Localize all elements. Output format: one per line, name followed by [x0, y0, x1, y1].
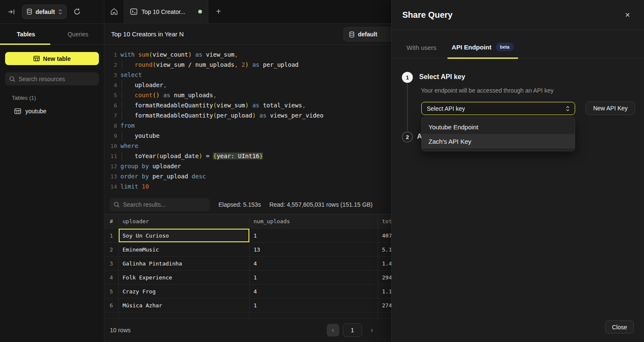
line-number: 1	[104, 52, 117, 58]
sidebar-body: New table Tables (1) youtube	[0, 45, 104, 124]
tab-queries[interactable]: Queries	[52, 24, 104, 44]
home-button[interactable]	[104, 0, 124, 23]
line-number: 6	[104, 102, 117, 109]
select-api-key-heading: Select API key	[419, 73, 465, 81]
unsaved-changes-dot	[198, 10, 202, 14]
column-header[interactable]: #	[104, 214, 119, 228]
api-key-menu-item[interactable]: Youtube Endpoint	[422, 120, 575, 134]
step-1-indicator: 1	[402, 72, 413, 83]
tab-with-users[interactable]: With users	[407, 44, 437, 58]
table-cell[interactable]: 1	[250, 229, 378, 242]
elapsed-stat: Elapsed: 5.153s	[218, 201, 261, 208]
code-text: select	[117, 71, 142, 78]
table-cell[interactable]: 6	[104, 298, 119, 312]
table-cell[interactable]: Música Azhar	[119, 298, 250, 312]
line-number: 2	[104, 62, 117, 68]
results-search[interactable]	[109, 198, 210, 211]
pagination: ‹ 1 ›	[327, 323, 378, 337]
line-number: 12	[104, 163, 117, 170]
tab-api-endpoint[interactable]: API Endpoint beta	[452, 43, 514, 58]
tab-with-users-label: With users	[407, 44, 437, 51]
refresh-icon[interactable]	[71, 5, 84, 18]
terminal-icon	[130, 8, 137, 15]
query-database-value: default	[358, 31, 377, 38]
code-text: formatReadableQuantity(view_sum) as tota…	[117, 102, 306, 109]
table-cell[interactable]: 4	[250, 285, 378, 298]
code-text: with sum(view_count) as view_sum,	[117, 51, 238, 58]
column-header[interactable]: uploader	[119, 214, 250, 228]
sidebar-item-youtube[interactable]: youtube	[5, 105, 99, 117]
line-number: 10	[104, 143, 117, 149]
query-tab-title: Top 10 Creator...	[142, 8, 194, 15]
database-icon	[27, 8, 32, 15]
chevron-updown-icon	[58, 9, 62, 15]
line-number: 14	[104, 183, 117, 190]
chevron-updown-icon	[566, 106, 570, 112]
code-text: order by per_upload desc	[117, 173, 206, 180]
code-text: group by uploader	[117, 163, 181, 170]
search-icon	[114, 202, 120, 208]
table-cell[interactable]: Galinha Pintadinha	[119, 257, 250, 270]
results-search-input[interactable]	[123, 201, 206, 208]
new-table-button[interactable]: New table	[5, 52, 99, 65]
collapse-sidebar-icon[interactable]	[5, 5, 18, 18]
database-icon	[349, 31, 355, 38]
table-cell[interactable]: 2	[104, 243, 119, 256]
table-cell[interactable]: 1	[250, 271, 378, 284]
close-button[interactable]: Close	[605, 320, 634, 334]
table-icon	[33, 56, 40, 61]
table-cell[interactable]: 4	[250, 257, 378, 270]
column-header[interactable]: num_uploads	[250, 214, 378, 228]
table-cell[interactable]: 1	[104, 229, 119, 242]
query-tab[interactable]: Top 10 Creator...	[124, 0, 208, 23]
current-page[interactable]: 1	[343, 323, 362, 337]
line-number: 3	[104, 72, 117, 78]
beta-badge: beta	[496, 43, 514, 51]
table-cell[interactable]: 13	[250, 243, 378, 256]
line-number: 4	[104, 82, 117, 88]
api-key-menu-item[interactable]: Zach's API Key	[422, 134, 575, 148]
line-number: 11	[104, 153, 117, 159]
api-key-dropdown-menu: Youtube EndpointZach's API Key	[421, 117, 575, 151]
tables-section-label: Tables (1)	[12, 95, 97, 101]
line-number: 9	[104, 133, 117, 139]
table-cell[interactable]: Crazy Frog	[119, 285, 250, 298]
sidebar-search[interactable]	[5, 72, 99, 85]
code-text: formatReadableQuantity(per_upload) as vi…	[117, 112, 323, 119]
close-icon[interactable]: ×	[622, 9, 633, 21]
api-key-select[interactable]: Select API key	[421, 102, 575, 115]
next-page-button[interactable]: ›	[366, 324, 378, 337]
top-bar-left: default	[0, 0, 104, 23]
new-tab-button[interactable]: +	[208, 0, 229, 23]
panel-title: Share Query	[402, 10, 453, 20]
sidebar-search-input[interactable]	[19, 76, 95, 82]
table-icon	[14, 108, 21, 114]
code-text: uploader,	[117, 82, 167, 88]
table-cell[interactable]: 4	[104, 271, 119, 284]
line-number: 8	[104, 123, 117, 129]
share-query-panel: Share Query × With users API Endpoint be…	[391, 0, 644, 342]
step-2-indicator: 2	[402, 131, 413, 142]
table-cell[interactable]: EminemMusic	[119, 243, 250, 256]
code-text: from	[117, 122, 135, 129]
selected-cell[interactable]: Soy Un Curioso	[119, 229, 250, 242]
code-text: round(view_sum / num_uploads, 2) as per_…	[117, 61, 299, 68]
panel-tabs: With users API Endpoint beta	[392, 30, 644, 58]
table-cell[interactable]: Folk Experience	[119, 271, 250, 284]
table-cell[interactable]: 3	[104, 257, 119, 270]
table-cell[interactable]: 1	[250, 298, 378, 312]
select-api-key-description: Your endpoint will be accessed through a…	[421, 87, 554, 94]
sidebar: Tables Queries New table Tables (1)	[0, 24, 104, 342]
step-connector	[407, 84, 408, 131]
prev-page-button[interactable]: ‹	[327, 324, 339, 337]
table-cell[interactable]: 5	[104, 285, 119, 298]
panel-body: 1 2 A Select API key Your endpoint will …	[392, 58, 644, 312]
sidebar-tabs: Tables Queries	[0, 24, 104, 45]
code-text: where	[117, 142, 138, 149]
code-text: youtube	[117, 132, 160, 139]
new-api-key-button[interactable]: New API Key	[586, 101, 635, 115]
line-number: 13	[104, 173, 117, 180]
code-text: limit 10	[117, 183, 149, 190]
tab-tables[interactable]: Tables	[0, 24, 52, 44]
database-selector[interactable]: default	[22, 5, 67, 19]
